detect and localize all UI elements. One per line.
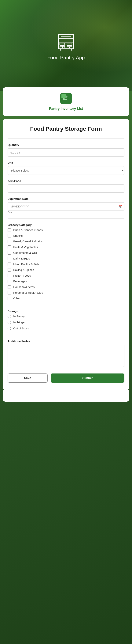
checkbox-household[interactable] [7, 285, 11, 289]
radio-item-in-fridge: In Fridge [7, 321, 125, 324]
checkbox-label-meat: Meat, Poultry & Fish [13, 262, 39, 266]
checkbox-label-condiments: Condiments & Oils [13, 251, 37, 254]
app-icon [56, 31, 76, 52]
radio-item-in-pantry: In Pantry [7, 314, 125, 318]
checkbox-label-baking: Baking & Spices [13, 268, 34, 272]
checkbox-label-fruits-veg: Fruits & Vegetables [13, 246, 38, 249]
checkbox-frozen[interactable] [7, 274, 11, 277]
form-title: Food Pantry Storage Form [7, 125, 125, 132]
date-hint: Date [7, 211, 12, 214]
checkbox-item-bread-cereal: Bread, Cereal & Grains [7, 240, 125, 243]
checkbox-item-condiments: Condiments & Oils [7, 251, 125, 254]
checkbox-baking[interactable] [7, 268, 11, 272]
bottom-space [3, 390, 129, 402]
radio-label-out-of-stock: Out of Stock [13, 327, 29, 330]
checkbox-personal[interactable] [7, 291, 11, 294]
radio-label-in-fridge: In Fridge [13, 321, 24, 324]
storage-group: Storage In Pantry In Fridge Out of Stock [7, 310, 125, 330]
expiration-date-label: Expiration Date [7, 197, 125, 200]
radio-label-in-pantry: In Pantry [13, 314, 25, 318]
checkbox-dairy-eggs[interactable] [7, 257, 11, 260]
form-card: Food Pantry Storage Form Quantity Unit P… [3, 119, 129, 390]
unit-group: Unit Please Select oz lbs kg g liters ml… [7, 161, 125, 175]
checkbox-group: Dried & Canned Goods Snacks Bread, Cerea… [7, 228, 125, 300]
checkbox-item-personal: Personal & Health Care [7, 291, 125, 294]
svg-rect-8 [67, 46, 69, 48]
checkbox-fruits-veg[interactable] [7, 246, 11, 249]
radio-item-out-of-stock: Out of Stock [7, 327, 125, 330]
checkbox-label-dried-canned: Dried & Canned Goods [13, 228, 43, 232]
date-wrapper: 📅 [7, 202, 125, 210]
save-button[interactable]: Save [7, 374, 48, 382]
quantity-group: Quantity [7, 143, 125, 156]
checkbox-other[interactable] [7, 297, 11, 300]
radio-in-fridge[interactable] [7, 321, 11, 324]
app-title: Food Pantry App [47, 55, 85, 60]
calendar-icon: 📅 [118, 204, 122, 208]
checkbox-condiments[interactable] [7, 251, 11, 254]
pantry-card: Pantry Inventory List [3, 88, 129, 116]
svg-rect-4 [60, 43, 65, 46]
checkbox-label-beverages: Beverages [13, 280, 27, 283]
checkbox-label-snacks: Snacks [13, 234, 22, 237]
checkbox-label-other: Other [13, 297, 20, 300]
checkbox-item-baking: Baking & Spices [7, 268, 125, 272]
grocery-category-label: Grocery Category [7, 223, 125, 226]
expiration-date-input[interactable] [7, 202, 125, 210]
unit-select[interactable]: Please Select oz lbs kg g liters ml unit… [7, 166, 125, 175]
expiration-date-group: Expiration Date 📅 Date [7, 197, 125, 214]
radio-in-pantry[interactable] [7, 314, 11, 318]
quantity-input[interactable] [7, 148, 125, 156]
additional-notes-textarea[interactable] [7, 344, 125, 368]
checkbox-beverages[interactable] [7, 280, 11, 283]
checkbox-meat[interactable] [7, 262, 11, 266]
checkbox-item-other: Other [7, 297, 125, 300]
divider-category [7, 218, 125, 219]
item-food-label: Item/Food [7, 179, 125, 182]
submit-button[interactable]: Submit [51, 374, 125, 382]
checkbox-dried-canned[interactable] [7, 228, 11, 232]
radio-group-storage: In Pantry In Fridge Out of Stock [7, 314, 125, 330]
checkbox-item-fruits-veg: Fruits & Vegetables [7, 246, 125, 249]
divider-top [7, 138, 125, 139]
radio-out-of-stock[interactable] [7, 327, 11, 330]
checkbox-item-dried-canned: Dried & Canned Goods [7, 228, 125, 232]
item-food-input[interactable] [7, 184, 125, 193]
pantry-card-title: Pantry Inventory List [49, 107, 83, 111]
hero-section: Food Pantry App [0, 0, 132, 91]
checkbox-snacks[interactable] [7, 234, 11, 238]
divider-notes [7, 335, 125, 335]
checkbox-item-meat: Meat, Poultry & Fish [7, 262, 125, 266]
svg-rect-6 [60, 46, 62, 48]
checkbox-item-frozen: Frozen Foods [7, 274, 125, 277]
storage-label: Storage [7, 310, 125, 313]
svg-rect-7 [62, 46, 65, 48]
checkbox-item-snacks: Snacks [7, 234, 125, 238]
pantry-card-icon [60, 93, 72, 104]
checkbox-label-personal: Personal & Health Care [13, 291, 43, 294]
checkbox-label-frozen: Frozen Foods [13, 274, 31, 277]
checkbox-item-dairy-eggs: Dairy & Eggs [7, 257, 125, 260]
quantity-label: Quantity [7, 143, 125, 146]
checkbox-bread-cereal[interactable] [7, 240, 11, 243]
svg-rect-9 [70, 46, 72, 48]
svg-rect-10 [61, 36, 71, 37]
checkbox-label-dairy-eggs: Dairy & Eggs [13, 257, 30, 260]
svg-rect-5 [67, 43, 72, 46]
unit-label: Unit [7, 161, 125, 164]
button-row: Save Submit [7, 374, 125, 382]
grocery-category-group: Grocery Category Dried & Canned Goods Sn… [7, 223, 125, 300]
divider-storage [7, 305, 125, 305]
additional-notes-label: Additional Notes [7, 340, 125, 343]
additional-notes-group: Additional Notes [7, 340, 125, 368]
item-food-group: Item/Food [7, 179, 125, 193]
checkbox-label-household: Household Items [13, 285, 35, 288]
checkbox-item-beverages: Beverages [7, 280, 125, 283]
checkbox-label-bread-cereal: Bread, Cereal & Grains [13, 240, 43, 243]
checkbox-item-household: Household Items [7, 285, 125, 289]
